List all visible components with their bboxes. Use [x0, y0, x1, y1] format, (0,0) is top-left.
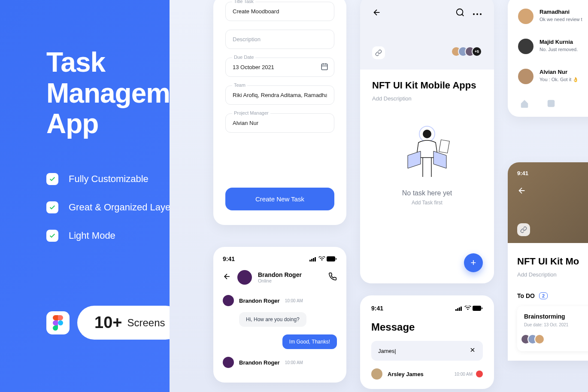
svg-rect-27 — [473, 306, 481, 311]
chat-message-header: Brandon Roger 10:00 AM — [223, 295, 337, 306]
svg-rect-28 — [482, 307, 482, 309]
svg-rect-23 — [455, 309, 457, 311]
hero-section: Task Management App Fully Customizable G… — [0, 0, 197, 392]
chat-list-item[interactable]: Alvian NurYou : Ok. Got it 👌 — [518, 69, 588, 84]
description-input[interactable] — [225, 30, 334, 49]
screen-chat: 9:41 Brandon Roger Online Brandon Roger … — [213, 247, 346, 383]
back-icon[interactable] — [372, 8, 382, 19]
screens-area: Title Task Due Date Team Project Manager… — [170, 0, 588, 392]
svg-point-19 — [423, 130, 431, 138]
badges-row: 10+ Screens — [46, 306, 182, 340]
todo-count-badge: 2 — [539, 292, 548, 299]
check-icon — [46, 230, 58, 242]
create-task-button[interactable]: Create New Task — [225, 188, 334, 210]
pm-label: Project Manager — [232, 110, 270, 115]
svg-rect-7 — [313, 258, 314, 261]
back-icon[interactable] — [517, 186, 588, 197]
status-bar: 9:41 — [223, 255, 337, 262]
notification-badge — [476, 371, 483, 377]
calendar-icon[interactable] — [321, 63, 328, 72]
status-time: 9:41 — [517, 170, 588, 176]
svg-rect-10 — [336, 258, 336, 260]
project-header — [372, 8, 482, 19]
svg-rect-5 — [309, 260, 311, 261]
member-avatars[interactable]: +5 — [455, 46, 482, 57]
tasks-icon[interactable] — [546, 99, 556, 108]
chat-message-header: Brandon Roger 10:00 AM — [223, 357, 337, 368]
chat-bubble: Hi, How are you doing? — [239, 312, 306, 327]
screen-chat-list: RamadhaniOk we need review t Majid Kurni… — [508, 0, 588, 117]
todo-avatars — [524, 334, 545, 344]
more-icon[interactable] — [473, 9, 482, 17]
status-bar: 9:41 — [371, 305, 483, 312]
avatar — [518, 39, 533, 54]
project-desc[interactable]: Add Description — [517, 271, 588, 278]
search-field[interactable] — [371, 341, 483, 361]
team-input[interactable] — [225, 85, 334, 105]
check-icon — [46, 173, 58, 185]
pm-input[interactable] — [225, 113, 334, 133]
svg-point-0 — [58, 320, 63, 325]
screen-create-task: Title Task Due Date Team Project Manager… — [213, 0, 346, 225]
project-title: NFT UI Kit Mobile Apps — [372, 80, 482, 91]
todo-title: Brainstorming — [524, 313, 588, 320]
svg-rect-9 — [327, 256, 335, 261]
call-icon[interactable] — [328, 272, 337, 283]
svg-rect-6 — [311, 259, 312, 261]
svg-rect-25 — [459, 307, 460, 311]
avatar — [518, 9, 533, 24]
svg-rect-31 — [548, 100, 555, 107]
svg-rect-20 — [439, 140, 450, 153]
svg-rect-1 — [321, 64, 327, 70]
todo-card[interactable]: Brainstorming Due date: 13 Oct. 2021 — [517, 306, 588, 351]
screen-project-detail: 9:41 NFT UI Kit Mo Add Description To DO… — [508, 162, 588, 361]
screen-project-empty: +5 NFT UI Kit Mobile Apps Add Descriptio… — [360, 0, 494, 283]
chat-bubble-mine: Im Good, Thanks! — [282, 334, 337, 349]
status-icons — [309, 256, 337, 261]
link-icon[interactable] — [517, 223, 530, 236]
clear-icon[interactable] — [469, 346, 476, 355]
chat-list-item[interactable]: RamadhaniOk we need review t — [518, 9, 588, 24]
svg-point-13 — [457, 9, 463, 15]
svg-line-14 — [462, 14, 464, 16]
project-desc[interactable]: Add Description — [372, 95, 482, 102]
figma-icon — [46, 311, 70, 334]
title-input[interactable] — [225, 2, 334, 21]
messages-title: Message — [371, 321, 483, 333]
chat-list-item[interactable]: Majid KurniaNo. Just removed. — [518, 39, 588, 54]
contact-row[interactable]: Arsley James 10:00 AM — [371, 368, 483, 380]
avatar[interactable] — [237, 270, 252, 285]
todo-due-date: Due date: 13 Oct. 2021 — [524, 322, 588, 327]
avatar — [223, 295, 234, 306]
empty-subtitle: Add Task first — [372, 200, 482, 206]
search-input[interactable] — [378, 348, 450, 354]
search-icon[interactable] — [455, 8, 465, 19]
chat-contact-name: Brandon Roger — [258, 271, 322, 278]
project-hero-image: 9:41 — [508, 162, 588, 243]
check-icon — [46, 201, 58, 213]
empty-state: No task here yet Add Task first — [372, 123, 482, 206]
team-label: Team — [232, 82, 247, 88]
svg-rect-8 — [315, 257, 316, 261]
due-label: Due Date — [232, 55, 255, 60]
svg-point-15 — [473, 13, 475, 15]
home-icon[interactable] — [520, 99, 529, 108]
screen-messages: 9:41 Message Arsley James 10:00 AM — [360, 295, 494, 389]
svg-point-16 — [476, 13, 478, 15]
svg-point-17 — [480, 13, 482, 15]
due-date-input[interactable] — [225, 58, 334, 77]
chat-contact-status: Online — [258, 278, 322, 283]
link-icon[interactable] — [372, 46, 385, 59]
avatar — [371, 368, 382, 380]
add-task-fab[interactable]: + — [464, 253, 483, 272]
empty-illustration — [395, 123, 459, 179]
avatar — [223, 357, 234, 368]
project-title: NFT UI Kit Mo — [517, 256, 588, 267]
screens-badge: 10+ Screens — [77, 306, 182, 340]
avatar — [518, 69, 533, 84]
svg-rect-26 — [461, 307, 462, 311]
title-label: Title Task — [232, 0, 255, 4]
back-icon[interactable] — [223, 272, 231, 283]
chat-header: Brandon Roger Online — [223, 270, 337, 285]
todo-section-header: To DO 2 — [517, 292, 588, 299]
